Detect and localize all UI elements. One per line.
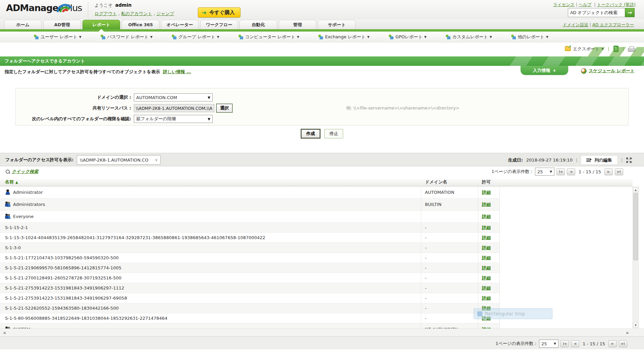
help-link[interactable]: ヘルプ (579, 2, 591, 7)
pager-next-button[interactable]: ▶ (604, 168, 613, 175)
cell-name: S-1-15-2-1 (5, 225, 28, 230)
tab-operators[interactable]: オペレーター (161, 20, 199, 29)
jump-link[interactable]: ジャンプ (156, 11, 174, 16)
menu-item-group-reports[interactable]: グループ レポート▼ (171, 34, 219, 40)
domain-select[interactable]: AUTOMATION.COM ▼ (134, 93, 213, 101)
detail-link[interactable]: 詳細 (482, 245, 491, 250)
detail-link[interactable]: 詳細 (482, 225, 491, 230)
chevron-down-icon: ▼ (79, 35, 82, 39)
tab-support[interactable]: サポート (318, 20, 356, 29)
per-page-label: 1ページの表示件数 : (495, 341, 536, 347)
menu-item-other-reports[interactable]: 他のレポート▼ (511, 34, 548, 40)
welcome-block: ようこそ admin ログアウト , 私のアカウント , ジャンプ (95, 2, 174, 17)
cell-domain: - (425, 255, 427, 260)
pager-range: 1 - 15 / 15 (581, 341, 606, 346)
scroll-down-button[interactable]: ▼ (633, 322, 638, 328)
search-go-button[interactable]: → (625, 8, 635, 17)
my-account-link[interactable]: 私のアカウント (121, 11, 152, 16)
custom-reports-icon (445, 34, 451, 40)
per-page-select[interactable]: 25▼ (539, 340, 558, 348)
tab-admin[interactable]: 管理 (279, 20, 316, 29)
column-header-domain[interactable]: ドメイン名 (425, 178, 447, 186)
quick-search-link[interactable]: クイック検索 (12, 169, 38, 175)
pager-last-button[interactable]: ▶ (615, 168, 623, 175)
report-subtitle-row: 指定したフォルダーに対してアクセス許可を持つすべてのオブジェクトを表示 詳しい情… (0, 66, 644, 81)
detail-link[interactable]: 詳細 (482, 275, 491, 280)
per-page-label: 1ページの表示件数 : (491, 169, 532, 175)
logout-link[interactable]: ログアウト (95, 11, 117, 16)
generate-button[interactable]: 作成 (301, 129, 320, 138)
pager-last-button[interactable]: ▶ (619, 340, 627, 347)
chevron-down-icon: ▼ (297, 35, 299, 39)
report-title-bar: フォルダーへアクセスできるアカウント (0, 56, 644, 66)
scroll-up-button[interactable]: ▲ (633, 187, 638, 192)
tab-home[interactable]: ホーム (4, 20, 42, 29)
ad-explorer-link[interactable]: AD エクスプローラー (592, 22, 634, 27)
form-actions: 作成 停止 (0, 129, 644, 138)
browse-select-button[interactable]: 選択 (216, 104, 232, 113)
pager-prev-button[interactable]: ◀ (571, 340, 579, 347)
chevron-down-icon: ▼ (546, 35, 548, 39)
chevron-down-icon: ▼ (367, 35, 370, 39)
per-page-select[interactable]: 25▼ (535, 168, 554, 176)
buy-now-button[interactable]: ➔ 今すぐ購入 (198, 7, 240, 17)
chevron-up-icon: ∧ (553, 68, 556, 73)
menu-item-user-reports[interactable]: ユーザー レポート▼ (34, 34, 82, 40)
schedule-report-link[interactable]: スケジュール レポート (589, 68, 635, 74)
detail-link[interactable]: 詳細 (482, 265, 491, 270)
domain-select-label: ドメインの選択 : (16, 94, 134, 100)
group-reports-icon (171, 34, 177, 40)
detail-link[interactable]: 詳細 (482, 285, 491, 291)
detail-link[interactable]: 詳細 (482, 214, 491, 219)
tab-reports[interactable]: レポート (83, 20, 120, 29)
chevron-down-icon: ▼ (208, 96, 210, 99)
detail-link[interactable]: 詳細 (482, 296, 491, 301)
pager-next-button[interactable]: ▶ (608, 340, 617, 347)
horizontal-scrollbar[interactable]: ◀ ▶ (0, 328, 644, 337)
menu-item-custom-reports[interactable]: カスタムレポート▼ (445, 34, 492, 40)
detail-link[interactable]: 詳細 (482, 202, 491, 207)
more-info-link[interactable]: 詳しい情報 … (163, 69, 191, 74)
edit-columns-button[interactable]: 列の編集 (581, 155, 618, 165)
pager-first-button[interactable]: ◀ (560, 340, 569, 347)
cell-name: S-1-5-21-2753914223-1531981843-349190629… (5, 285, 124, 291)
menu-item-computer-reports[interactable]: コンピューター レポート▼ (238, 34, 300, 40)
scroll-right-button[interactable]: ▶ (625, 330, 631, 336)
detail-link[interactable]: 詳細 (482, 235, 491, 240)
column-header-permission[interactable]: 許可 (482, 178, 491, 186)
cell-domain: - (425, 306, 427, 311)
domain-settings-link[interactable]: ドメイン設定 (563, 22, 588, 27)
vertical-scrollbar[interactable]: ▲ ▼ (633, 187, 639, 328)
menu-item-password-reports[interactable]: パスワード レポート▼ (100, 34, 153, 40)
tab-office365[interactable]: Office 365 (122, 20, 159, 29)
pager-prev-button[interactable]: ◀ (567, 168, 575, 175)
ad-object-search-input[interactable] (568, 8, 625, 17)
cell-name: S-1-5-21-2753914223-1531981843-349190629… (5, 296, 127, 301)
stop-button[interactable]: 停止 (324, 129, 343, 138)
menu-item-exchange-reports[interactable]: Exchange レポート▼ (318, 34, 370, 40)
tab-workflow[interactable]: ワークフロー (200, 20, 238, 29)
folder-permission-filter-select[interactable]: \\ADMP-2K8-1.AUTOMATION.CO ∨ (77, 155, 161, 165)
menu-item-gpo-reports[interactable]: GPOレポート▼ (388, 34, 427, 40)
quick-search-row: クイック検索 1ページの表示件数 :25▼◀◀1 - 15 / 15▶▶ (0, 166, 644, 178)
license-link[interactable]: ライセンス (553, 2, 575, 7)
folder-level-select[interactable]: 親フォルダーの階層 ▼ (134, 115, 213, 123)
vertical-scroll-thumb[interactable] (633, 193, 638, 260)
pager-first-button[interactable]: ◀ (556, 168, 565, 175)
report-description: 指定したフォルダーに対してアクセス許可を持つすべてのオブジェクトを表示 (5, 69, 160, 74)
input-info-toggle[interactable]: 入力情報 ∧ (521, 66, 568, 75)
column-header-name[interactable]: 名前▲ (5, 178, 18, 186)
detail-link[interactable]: 詳細 (482, 255, 491, 260)
tab-automation[interactable]: 自動化 (239, 20, 277, 29)
share-path-input[interactable] (134, 104, 214, 112)
pager-bottom: 1ページの表示件数 :25▼◀◀1 - 15 / 15▶▶ (495, 340, 627, 348)
group-icon (5, 214, 11, 219)
fullscreen-icon[interactable] (626, 157, 632, 163)
feedback-link[interactable]: トークバック (英語) (597, 2, 636, 7)
app-logo: ADManager Plus (6, 3, 82, 13)
detail-link[interactable]: 詳細 (482, 190, 491, 195)
report-menu-bar: ユーザー レポート▼パスワード レポート▼グループ レポート▼コンピューター レ… (0, 32, 644, 42)
divider (88, 2, 88, 17)
scroll-left-button[interactable]: ◀ (1, 330, 7, 336)
tab-ad-management[interactable]: AD管理 (43, 20, 81, 29)
